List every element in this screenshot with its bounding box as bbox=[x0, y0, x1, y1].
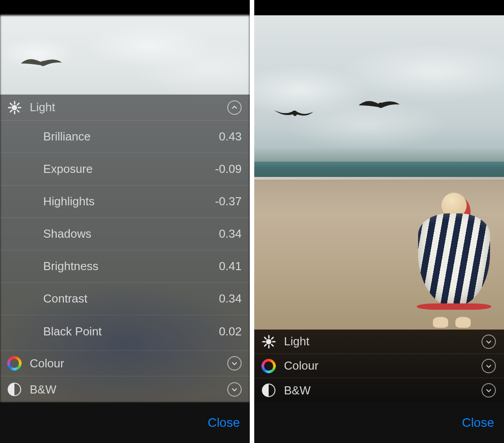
section-colour-label: Colour bbox=[284, 359, 482, 373]
param-label: Black Point bbox=[43, 325, 219, 339]
phone-screen-left: Light Brilliance 0.43 Exposure -0.09 Hig… bbox=[0, 0, 250, 443]
section-light[interactable]: Light bbox=[254, 330, 504, 354]
param-value: 0.34 bbox=[219, 227, 242, 241]
param-brightness[interactable]: Brightness 0.41 bbox=[0, 250, 250, 283]
section-light-label: Light bbox=[30, 100, 227, 114]
param-value: -0.09 bbox=[215, 162, 242, 176]
chevron-down-icon bbox=[227, 356, 242, 371]
param-value: 0.41 bbox=[219, 259, 242, 273]
bird-icon bbox=[272, 105, 315, 123]
close-button[interactable]: Close bbox=[462, 416, 494, 430]
section-bw[interactable]: B&W bbox=[254, 378, 504, 402]
param-exposure[interactable]: Exposure -0.09 bbox=[0, 153, 250, 185]
status-bar bbox=[0, 0, 250, 15]
param-brilliance[interactable]: Brilliance 0.43 bbox=[0, 121, 250, 153]
param-label: Brightness bbox=[43, 259, 219, 273]
adjustments-panel-right: Light Colour B&W bbox=[254, 330, 504, 402]
param-value: -0.37 bbox=[215, 194, 242, 208]
close-button[interactable]: Close bbox=[207, 416, 240, 430]
chevron-down-icon bbox=[482, 359, 496, 373]
section-bw-label: B&W bbox=[284, 384, 482, 398]
bottom-bar-left: Close bbox=[0, 402, 250, 443]
param-value: 0.02 bbox=[219, 325, 242, 339]
status-bar bbox=[254, 0, 504, 15]
bottom-bar-right: Close bbox=[254, 402, 504, 443]
param-label: Brilliance bbox=[43, 130, 219, 144]
adjustments-panel-left: Light Brilliance 0.43 Exposure -0.09 Hig… bbox=[0, 95, 250, 402]
rainbow-ring-icon bbox=[261, 358, 277, 374]
child-figure bbox=[416, 193, 492, 328]
section-light[interactable]: Light bbox=[0, 95, 250, 121]
section-colour[interactable]: Colour bbox=[254, 354, 504, 378]
param-shadows[interactable]: Shadows 0.34 bbox=[0, 218, 250, 250]
section-light-label: Light bbox=[284, 335, 482, 348]
bird-icon bbox=[19, 55, 64, 72]
photo-preview-right bbox=[254, 15, 504, 330]
chevron-down-icon bbox=[482, 335, 496, 349]
param-label: Shadows bbox=[43, 227, 219, 241]
param-label: Exposure bbox=[43, 162, 215, 176]
chevron-down-icon bbox=[482, 383, 496, 398]
phone-screen-right: Light Colour B&W bbox=[254, 0, 504, 443]
param-label: Highlights bbox=[43, 194, 215, 208]
bw-half-circle-icon bbox=[261, 382, 277, 398]
rainbow-ring-icon bbox=[6, 355, 22, 371]
bw-half-circle-icon bbox=[6, 381, 22, 398]
sunshine-icon bbox=[261, 334, 277, 350]
section-colour-label: Colour bbox=[30, 357, 227, 371]
section-bw[interactable]: B&W bbox=[0, 376, 250, 402]
chevron-up-icon bbox=[227, 100, 242, 115]
param-value: 0.43 bbox=[219, 130, 242, 144]
light-params-list: Brilliance 0.43 Exposure -0.09 Highlight… bbox=[0, 121, 250, 350]
param-highlights[interactable]: Highlights -0.37 bbox=[0, 185, 250, 218]
param-black-point[interactable]: Black Point 0.02 bbox=[0, 315, 250, 348]
section-bw-label: B&W bbox=[30, 383, 227, 397]
param-value: 0.34 bbox=[219, 292, 242, 306]
chevron-down-icon bbox=[227, 382, 242, 397]
section-colour[interactable]: Colour bbox=[0, 350, 250, 376]
sunshine-icon bbox=[6, 99, 22, 116]
param-label: Contrast bbox=[43, 292, 219, 306]
bird-icon bbox=[358, 95, 400, 115]
param-contrast[interactable]: Contrast 0.34 bbox=[0, 283, 250, 315]
